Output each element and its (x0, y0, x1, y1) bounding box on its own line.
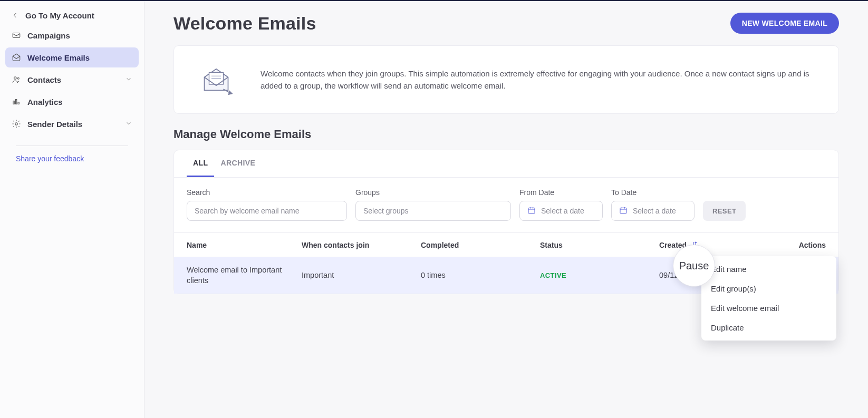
from-date-picker[interactable]: Select a date (519, 201, 603, 221)
tab-archive[interactable]: ARCHIVE (214, 150, 262, 177)
th-actions: Actions (764, 241, 826, 249)
svg-rect-0 (13, 33, 20, 38)
to-date-placeholder: Select a date (633, 207, 676, 215)
pause-tooltip-label: Pause (679, 260, 709, 272)
divider (16, 145, 128, 146)
svg-rect-4 (16, 100, 17, 104)
tabs: ALL ARCHIVE (174, 150, 838, 178)
svg-point-1 (14, 77, 17, 80)
arrow-left-icon (11, 11, 20, 20)
search-input-wrap (187, 201, 347, 221)
cell-when: Important (302, 271, 417, 279)
svg-point-6 (15, 123, 18, 125)
calendar-icon (527, 206, 536, 216)
th-status: Status (540, 241, 655, 249)
menu-edit-welcome-email[interactable]: Edit welcome email (701, 298, 836, 318)
svg-rect-5 (18, 102, 19, 104)
to-date-label: To Date (611, 188, 695, 197)
from-date-label: From Date (519, 188, 603, 197)
page-header: Welcome Emails NEW WELCOME EMAIL (173, 13, 839, 34)
reset-button[interactable]: RESET (703, 201, 746, 221)
pause-tooltip: Pause (673, 245, 715, 287)
svg-point-2 (17, 77, 19, 79)
sidebar-item-campaigns[interactable]: Campaigns (5, 25, 139, 45)
intro-card: Welcome contacts when they join groups. … (173, 45, 839, 114)
sidebar-item-label: Contacts (27, 75, 61, 84)
search-input[interactable] (195, 207, 339, 215)
sidebar: Go To My Account Campaigns Welcome Email… (0, 1, 144, 418)
groups-placeholder: Select groups (363, 207, 409, 215)
bar-chart-icon (12, 97, 21, 106)
main-content: Welcome Emails NEW WELCOME EMAIL Welcome… (144, 1, 868, 418)
svg-rect-10 (528, 208, 535, 213)
to-date-picker[interactable]: Select a date (611, 201, 695, 221)
chevron-down-icon (125, 75, 132, 84)
sidebar-item-analytics[interactable]: Analytics (5, 92, 139, 112)
search-label: Search (187, 188, 347, 197)
filters-row: Search Groups Select groups From Date (174, 178, 838, 233)
table-header: Name When contacts join Completed Status… (174, 233, 838, 257)
tab-all[interactable]: ALL (187, 150, 214, 177)
th-name: Name (187, 241, 297, 249)
intro-text: Welcome contacts when they join groups. … (261, 67, 815, 92)
chevron-down-icon (125, 120, 132, 129)
sidebar-item-welcome-emails[interactable]: Welcome Emails (5, 47, 139, 67)
cell-name: Welcome email to Important clients (187, 265, 297, 286)
sidebar-item-label: Campaigns (27, 31, 70, 40)
th-completed: Completed (421, 241, 536, 249)
groups-label: Groups (355, 188, 511, 197)
th-when: When contacts join (302, 241, 417, 249)
share-feedback-link[interactable]: Share your feedback (5, 154, 139, 163)
envelope-icon (12, 31, 21, 40)
go-to-account-label: Go To My Account (25, 11, 94, 20)
th-created[interactable]: Created (659, 240, 759, 249)
svg-rect-3 (13, 101, 14, 104)
page-title: Welcome Emails (173, 13, 316, 34)
calendar-icon (619, 206, 628, 216)
gear-icon (12, 119, 21, 129)
new-welcome-email-button[interactable]: NEW WELCOME EMAIL (730, 13, 839, 34)
envelope-open-icon (12, 53, 21, 62)
from-date-placeholder: Select a date (541, 207, 584, 215)
manage-section-title: Manage Welcome Emails (173, 128, 839, 141)
cell-status: ACTIVE (540, 271, 655, 279)
actions-dropdown: Edit name Edit group(s) Edit welcome ema… (701, 256, 836, 341)
sidebar-item-label: Sender Details (27, 120, 82, 129)
sidebar-item-sender-details[interactable]: Sender Details (5, 114, 139, 134)
cell-completed: 0 times (421, 271, 536, 279)
groups-select[interactable]: Select groups (355, 201, 511, 221)
menu-edit-groups[interactable]: Edit group(s) (701, 279, 836, 298)
welcome-email-illustration-icon (197, 61, 235, 99)
sidebar-item-contacts[interactable]: Contacts (5, 70, 139, 90)
menu-edit-name[interactable]: Edit name (701, 259, 836, 279)
sidebar-item-label: Analytics (27, 98, 63, 106)
people-icon (12, 75, 21, 84)
go-to-account-link[interactable]: Go To My Account (5, 6, 139, 24)
svg-rect-11 (620, 208, 626, 213)
menu-duplicate[interactable]: Duplicate (701, 318, 836, 337)
sidebar-item-label: Welcome Emails (27, 53, 90, 62)
